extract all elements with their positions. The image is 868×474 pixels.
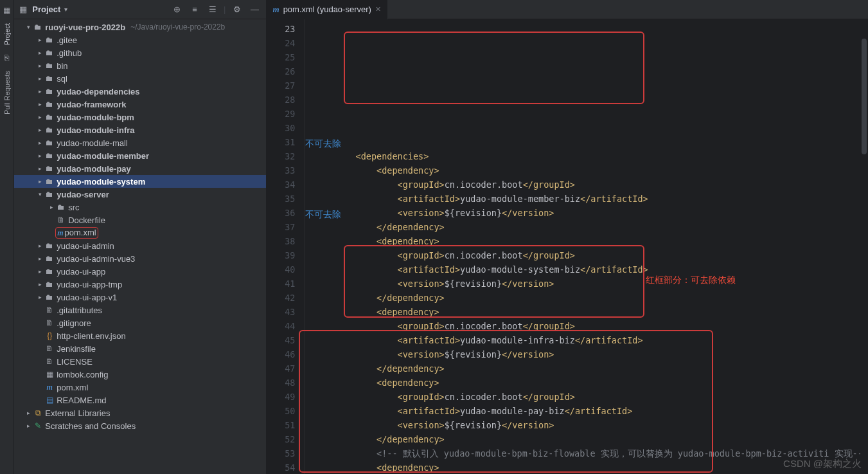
code-line: <version>${revision}</version>	[314, 418, 869, 432]
tree-row-yudao-ui-app-tmp[interactable]: ▸🖿yudao-ui-app-tmp	[14, 278, 265, 291]
md-icon: ▤	[44, 396, 55, 405]
tree-label: pom.xml	[55, 383, 88, 392]
code-line: </dependency>	[314, 432, 869, 446]
tree-arrow-icon[interactable]: ▸	[36, 37, 44, 43]
code-line: <groupId>cn.iocoder.boot</groupId>	[314, 390, 869, 404]
tree-row-yudao-ui-admin-vue3[interactable]: ▸🖿yudao-ui-admin-vue3	[14, 252, 265, 265]
tree-row-jenkinsfile[interactable]: ▸🗎Jenkinsfile	[14, 342, 265, 355]
tree-row-lombok-config[interactable]: ▸▦lombok.config	[14, 368, 265, 381]
tree-arrow-icon[interactable]: ▸	[36, 165, 44, 172]
tree-arrow-icon[interactable]: ▸	[36, 140, 44, 146]
tree-row-pom-xml[interactable]: ▸mpom.xml	[14, 381, 265, 394]
sidebar-title[interactable]: Project	[32, 5, 60, 14]
close-icon[interactable]: ✕	[375, 5, 381, 14]
tree-row-src[interactable]: ▸🖿src	[14, 201, 265, 214]
tree-arrow-icon[interactable]: ▸	[36, 75, 44, 82]
expand-all-icon[interactable]: ≡	[188, 3, 202, 17]
tree-label: yudao-dependencies	[55, 87, 139, 96]
gear-icon[interactable]: ⚙	[230, 3, 244, 17]
tree-label: pom.xml	[64, 228, 96, 237]
tree-row-license[interactable]: ▸🗎LICENSE	[14, 355, 265, 368]
scrollbar-thumb[interactable]	[862, 39, 867, 154]
tree-row--gitignore[interactable]: ▸🗎.gitignore	[14, 316, 265, 329]
editor[interactable]: 2324252627282930313233343536373839404142…	[267, 19, 869, 474]
folder-b-icon: 🖿	[44, 100, 55, 109]
tree-row-yudao-ui-admin[interactable]: ▸🖿yudao-ui-admin	[14, 239, 265, 252]
tree-row-external-libraries[interactable]: ▸⧉External Libraries	[14, 406, 265, 419]
locate-icon[interactable]: ⊕	[170, 3, 184, 17]
chevron-down-icon[interactable]: ▾	[64, 6, 67, 13]
tree-row-yudao-module-member[interactable]: ▸🖿yudao-module-member	[14, 149, 265, 162]
tree-row-scratches-and-consoles[interactable]: ▸✎Scratches and Consoles	[14, 419, 265, 432]
project-tree[interactable]: ▾🖿ruoyi-vue-pro-2022b~/Java/ruoyi-vue-pr…	[14, 19, 265, 474]
tree-label: yudao-framework	[55, 100, 126, 109]
line-number: 44	[267, 319, 296, 333]
tree-arrow-icon[interactable]: ▸	[36, 152, 44, 159]
line-number: 23	[267, 22, 296, 36]
tree-arrow-icon[interactable]: ▸	[36, 242, 44, 249]
tree-row-dockerfile[interactable]: ▸🗎Dockerfile	[14, 214, 265, 226]
tree-arrow-icon[interactable]: ▸	[36, 50, 44, 56]
tree-arrow-icon[interactable]: ▸	[36, 114, 44, 120]
tree-row-readme-md[interactable]: ▸▤README.md	[14, 394, 265, 406]
tree-row--github[interactable]: ▸🖿.github	[14, 46, 265, 59]
code-line: <artifactId>yudao-module-system-biz</art…	[314, 262, 869, 277]
tree-row-sql[interactable]: ▸🖿sql	[14, 72, 265, 85]
tree-row-yudao-dependencies[interactable]: ▸🖿yudao-dependencies	[14, 85, 265, 98]
tree-row-bin[interactable]: ▸🖿bin	[14, 59, 265, 72]
pull-requests-tab[interactable]: Pull Requests	[2, 66, 12, 120]
tree-arrow-icon[interactable]: ▸	[36, 88, 44, 95]
tree-arrow-icon[interactable]: ▸	[36, 178, 44, 185]
tree-row-yudao-module-bpm[interactable]: ▸🖿yudao-module-bpm	[14, 111, 265, 123]
tree-row--gitattributes[interactable]: ▸🗎.gitattributes	[14, 304, 265, 316]
tree-arrow-icon[interactable]: ▸	[36, 127, 44, 133]
tree-row-yudao-ui-app[interactable]: ▸🖿yudao-ui-app	[14, 265, 265, 278]
hide-icon[interactable]: —	[248, 3, 262, 17]
tree-row-yudao-module-infra[interactable]: ▸🖿yudao-module-infra	[14, 123, 265, 136]
folder-b-icon: 🖿	[44, 113, 55, 122]
tree-arrow-icon[interactable]: ▸	[36, 294, 44, 300]
tree-row--gitee[interactable]: ▸🖿.gitee	[14, 33, 265, 46]
tree-row-ruoyi-vue-pro-2022b[interactable]: ▾🖿ruoyi-vue-pro-2022b~/Java/ruoyi-vue-pr…	[14, 21, 265, 33]
tree-row-yudao-module-pay[interactable]: ▸🖿yudao-module-pay	[14, 162, 265, 175]
file-icon: 🗎	[55, 215, 67, 224]
tree-arrow-icon[interactable]: ▸	[24, 423, 32, 429]
vertical-scrollbar[interactable]	[860, 19, 868, 474]
tree-arrow-icon[interactable]: ▸	[36, 62, 44, 69]
tree-arrow-icon[interactable]: ▸	[36, 255, 44, 262]
tree-arrow-icon[interactable]: ▸	[36, 101, 44, 107]
collapse-all-icon[interactable]: ☰	[206, 3, 220, 17]
tree-label: yudao-server	[55, 190, 109, 199]
tree-row-yudao-module-mall[interactable]: ▸🖿yudao-module-mall	[14, 136, 265, 149]
root-icon: 🖿	[32, 23, 44, 32]
tree-row-yudao-ui-app-v1[interactable]: ▸🖿yudao-ui-app-v1	[14, 291, 265, 304]
tree-row-yudao-framework[interactable]: ▸🖿yudao-framework	[14, 98, 265, 111]
tree-arrow-icon[interactable]: ▸	[36, 281, 44, 287]
editor-tab-pom[interactable]: m pom.xml (yudao-server) ✕	[267, 0, 388, 19]
tree-row-yudao-server[interactable]: ▾🖿yudao-server	[14, 188, 265, 201]
tree-label: .gitattributes	[55, 305, 102, 315]
project-tool-icon[interactable]: ▦	[2, 5, 12, 15]
line-number: 50	[267, 404, 296, 418]
line-number: 52	[267, 432, 296, 446]
tree-arrow-icon[interactable]: ▸	[36, 268, 44, 275]
line-number: 38	[267, 234, 296, 248]
code-content[interactable]: 不可去除 不可去除 红框部分：可去除依赖 <dependencies> <dep…	[305, 19, 869, 474]
watermark: CSDN @架构之火	[783, 458, 862, 470]
tree-arrow-icon[interactable]: ▾	[24, 24, 32, 30]
line-number: 42	[267, 291, 296, 305]
tree-row-pom-xml[interactable]: ▸mpom.xml	[14, 226, 265, 239]
line-number: 24	[267, 36, 296, 50]
line-number: 28	[267, 93, 296, 107]
tree-arrow-icon[interactable]: ▸	[24, 410, 32, 416]
tree-row-http-client-env-json[interactable]: ▸{}http-client.env.json	[14, 329, 265, 342]
tree-arrow-icon[interactable]: ▾	[36, 191, 44, 197]
folder-b-icon: 🖿	[44, 177, 55, 186]
editor-tabbar: m pom.xml (yudao-server) ✕	[267, 0, 869, 19]
folder-icon: 🖿	[44, 241, 55, 250]
code-line: </dependency>	[314, 361, 869, 376]
project-tab[interactable]: Project	[2, 18, 12, 50]
tree-arrow-icon[interactable]: ▸	[48, 204, 55, 210]
pull-requests-icon[interactable]: ⎘	[2, 53, 12, 63]
tree-row-yudao-module-system[interactable]: ▸🖿yudao-module-system	[14, 175, 265, 188]
